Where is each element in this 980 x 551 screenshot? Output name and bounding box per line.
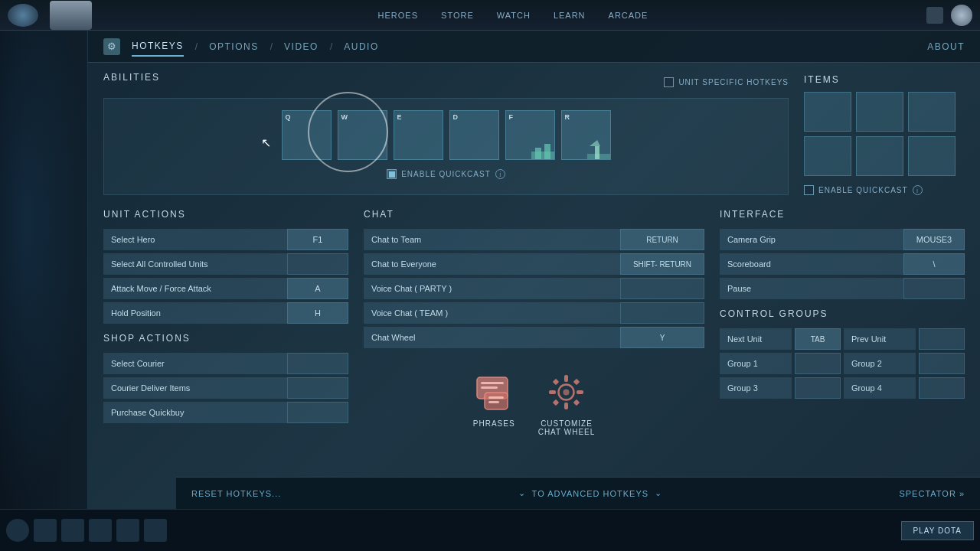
- interface-key-pause[interactable]: [903, 278, 965, 299]
- about-link[interactable]: ABOUT: [927, 41, 965, 52]
- quickcast-checkbox[interactable]: [387, 169, 397, 179]
- svg-rect-20: [573, 379, 580, 385]
- quickcast-row-abilities[interactable]: ENABLE QUICKCAST i: [112, 169, 780, 179]
- profile-avatar[interactable]: [951, 5, 972, 26]
- chat-key-wheel[interactable]: Y: [620, 327, 704, 348]
- chat-key-voice-party[interactable]: [620, 278, 704, 299]
- taskbar-icon-3[interactable]: [89, 519, 112, 542]
- unit-specific-checkbox-row[interactable]: UNIT SPECIFIC HOTKEYS: [664, 77, 789, 87]
- phrases-icon: [473, 371, 515, 413]
- customize-chat-wheel-button[interactable]: CUSTOMIZE CHAT WHEEL: [538, 371, 596, 436]
- chat-label-voice-team: Voice Chat ( TEAM ): [364, 302, 620, 324]
- unit-specific-checkbox[interactable]: [664, 77, 674, 87]
- nav-arcade[interactable]: ARCADE: [609, 11, 648, 20]
- chat-icons-row: PHRASES: [364, 364, 704, 444]
- ability-slot-q[interactable]: Q: [282, 110, 332, 160]
- cg-key-prev-unit[interactable]: [919, 328, 965, 350]
- hotkey-row-select-courier: Select Courier: [103, 353, 348, 374]
- hotkey-label-quickbuy: Purchase Quickbuy: [103, 402, 287, 423]
- cg-key-next-unit[interactable]: TAB: [795, 328, 841, 350]
- tab-audio[interactable]: AUDIO: [344, 37, 379, 56]
- svg-rect-7: [481, 382, 504, 384]
- user-avatar: [50, 1, 92, 30]
- interface-label-camera: Camera Grip: [720, 229, 903, 250]
- ability-slots-row: Q W E D: [112, 110, 780, 160]
- nav-heroes[interactable]: HEROES: [378, 11, 418, 20]
- chat-key-everyone[interactable]: SHIFT- RETURN: [620, 253, 704, 275]
- ability-slot-w[interactable]: W: [338, 110, 387, 160]
- spectator-link[interactable]: SPECTATOR »: [899, 489, 965, 498]
- items-quickcast-info-icon[interactable]: i: [913, 185, 923, 195]
- taskbar-icon-1[interactable]: [34, 519, 57, 542]
- taskbar-play-button[interactable]: PLAY DOTA: [901, 521, 974, 540]
- cg-label-group1: Group 1: [720, 353, 792, 374]
- cg-label-group4: Group 4: [844, 377, 916, 399]
- hotkey-key-select-courier[interactable]: [287, 353, 348, 374]
- interface-key-camera[interactable]: MOUSE3: [903, 229, 965, 250]
- item-slot-1[interactable]: [804, 92, 851, 132]
- chat-title: CHAT: [364, 209, 704, 221]
- item-slot-6[interactable]: [908, 136, 956, 176]
- items-grid: [804, 92, 965, 176]
- advanced-hotkeys-label: TO ADVANCED HOTKEYS: [532, 489, 648, 498]
- ability-slot-d[interactable]: D: [449, 110, 499, 160]
- tab-options[interactable]: OPTIONS: [209, 37, 259, 56]
- bottom-bar: RESET HOTKEYS... ⌄ TO ADVANCED HOTKEYS ⌄…: [176, 477, 980, 509]
- chat-key-voice-team[interactable]: [620, 302, 704, 324]
- chat-label-wheel: Chat Wheel: [364, 327, 620, 348]
- ability-slot-e[interactable]: E: [394, 110, 443, 160]
- items-quickcast-checkbox[interactable]: [804, 185, 814, 195]
- interface-key-scoreboard[interactable]: \: [903, 253, 965, 275]
- hotkey-key-quickbuy[interactable]: [287, 402, 348, 423]
- nav-store[interactable]: STORE: [441, 11, 474, 20]
- cg-key-group2[interactable]: [919, 353, 965, 374]
- chat-row-voice-team: Voice Chat ( TEAM ): [364, 302, 704, 324]
- nav-watch[interactable]: WATCH: [497, 11, 531, 20]
- item-slot-3[interactable]: [908, 92, 956, 132]
- cg-key-group4[interactable]: [919, 377, 965, 399]
- taskbar-icon-menu[interactable]: [6, 519, 29, 542]
- svg-rect-15: [564, 375, 568, 382]
- interface-label-scoreboard: Scoreboard: [720, 253, 903, 275]
- items-quickcast-row[interactable]: ENABLE QUICKCAST i: [804, 185, 965, 195]
- items-section: ITEMS ENABLE QUICKCAST i: [804, 72, 965, 195]
- hotkey-key-select-hero[interactable]: F1: [287, 229, 348, 250]
- taskbar: PLAY DOTA: [0, 509, 980, 551]
- phrases-button[interactable]: PHRASES: [473, 371, 515, 436]
- taskbar-icon-2[interactable]: [61, 519, 84, 542]
- hotkey-row-quickbuy: Purchase Quickbuy: [103, 402, 348, 423]
- hotkey-row-select-hero: Select Hero F1: [103, 229, 348, 250]
- svg-rect-12: [488, 401, 499, 403]
- cg-label-prev-unit: Prev Unit: [844, 328, 916, 350]
- cg-key-group3[interactable]: [795, 377, 841, 399]
- phrases-label: PHRASES: [473, 419, 515, 428]
- hotkey-key-select-all[interactable]: [287, 253, 348, 275]
- tab-hotkeys[interactable]: HOTKEYS: [132, 37, 184, 57]
- ability-slot-r[interactable]: R: [561, 110, 611, 160]
- tab-video[interactable]: VIDEO: [284, 37, 318, 56]
- chat-key-team[interactable]: RETURN: [620, 229, 704, 250]
- item-slot-4[interactable]: [804, 136, 851, 176]
- nav-learn[interactable]: LEARN: [554, 11, 586, 20]
- interface-label-pause: Pause: [720, 278, 903, 299]
- gear-icon[interactable]: ⚙: [103, 38, 120, 55]
- item-slot-5[interactable]: [856, 136, 903, 176]
- svg-rect-11: [488, 396, 504, 399]
- hotkey-key-hold-position[interactable]: H: [287, 302, 348, 324]
- quickcast-info-icon[interactable]: i: [495, 169, 505, 179]
- cg-key-group1[interactable]: [795, 353, 841, 374]
- hotkey-key-attack-move[interactable]: A: [287, 278, 348, 299]
- reset-hotkeys-link[interactable]: RESET HOTKEYS...: [191, 489, 281, 498]
- taskbar-icon-4[interactable]: [116, 519, 139, 542]
- advanced-hotkeys-link[interactable]: ⌄ TO ADVANCED HOTKEYS ⌄: [281, 488, 899, 498]
- shop-actions-section: SHOP ACTIONS Select Courier Courier Deli…: [103, 333, 348, 423]
- sep-2: /: [270, 41, 273, 52]
- ability-r-icon: [587, 140, 610, 159]
- ability-slot-f[interactable]: F: [505, 110, 555, 160]
- taskbar-icon-5[interactable]: [144, 519, 167, 542]
- item-slot-2[interactable]: [856, 92, 903, 132]
- top-bar-right: [926, 5, 972, 26]
- camera-icon[interactable]: [926, 7, 943, 24]
- hotkey-label-select-all: Select All Controlled Units: [103, 253, 287, 275]
- hotkey-key-courier-deliver[interactable]: [287, 377, 348, 399]
